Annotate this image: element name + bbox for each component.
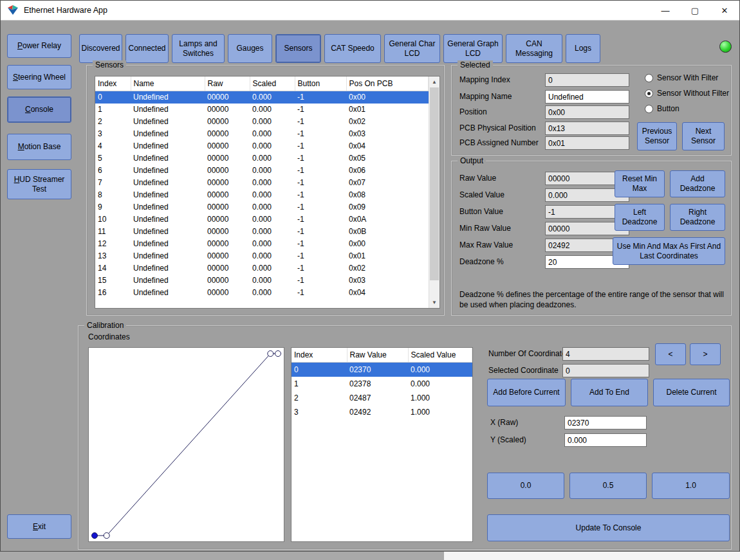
power-relay-button[interactable]: Power Relay [7, 34, 71, 58]
table-cell[interactable]: 16 [95, 287, 131, 299]
previous-sensor-button[interactable]: Previous Sensor [637, 122, 677, 150]
table-row[interactable]: 1023780.000 [291, 377, 472, 391]
right-deadzone-button[interactable]: Right Deadzone [670, 204, 725, 231]
table-row[interactable]: 7Undefined000000.000-10x07 [95, 177, 429, 189]
table-cell[interactable]: 1 [291, 377, 347, 391]
x-raw-field[interactable] [564, 416, 647, 429]
table-cell[interactable]: Undefined [131, 116, 205, 128]
column-header[interactable]: Name [131, 77, 205, 91]
table-cell[interactable]: Undefined [131, 287, 205, 299]
table-cell[interactable]: 0.000 [250, 140, 295, 152]
column-header[interactable]: Raw Value [347, 348, 408, 362]
update-to-console-button[interactable]: Update To Console [487, 514, 730, 541]
table-row[interactable]: 16Undefined000000.000-10x04 [95, 287, 429, 299]
table-cell[interactable]: 0.000 [250, 226, 295, 238]
table-cell[interactable]: 00000 [205, 128, 250, 140]
table-row[interactable]: 0023700.000 [291, 362, 472, 377]
column-header[interactable]: Button [295, 77, 346, 91]
table-cell[interactable]: Undefined [131, 189, 205, 201]
table-cell[interactable]: 0.000 [250, 213, 295, 226]
use-min-max-coordinates-button[interactable]: Use Min And Max As First And Last Coordi… [613, 237, 725, 265]
delete-current-button[interactable]: Delete Current [653, 379, 730, 406]
tab-discovered[interactable]: Discovered [79, 34, 122, 63]
next-coordinate-button[interactable]: > [690, 343, 721, 365]
table-cell[interactable]: 1 [95, 104, 131, 116]
table-cell[interactable]: 0x03 [346, 128, 429, 140]
minimize-button[interactable]: — [651, 1, 680, 20]
column-header[interactable]: Index [95, 77, 131, 91]
steering-wheel-button[interactable]: Steering Wheel [7, 65, 71, 89]
table-cell[interactable]: Undefined [131, 262, 205, 275]
table-cell[interactable]: 0.000 [250, 287, 295, 299]
y-scaled-field[interactable] [564, 433, 647, 447]
table-cell[interactable]: 00000 [205, 91, 250, 104]
tab-can-messaging[interactable]: CAN Messaging [506, 34, 562, 63]
calibration-point[interactable] [275, 351, 281, 357]
left-deadzone-button[interactable]: Left Deadzone [615, 204, 665, 231]
table-cell[interactable]: 02370 [347, 362, 408, 377]
tab-general-graph-lcd[interactable]: General Graph LCD [443, 34, 503, 63]
next-sensor-button[interactable]: Next Sensor [682, 122, 725, 150]
table-row[interactable]: 14Undefined000000.000-10x02 [95, 262, 429, 275]
table-cell[interactable]: Undefined [131, 140, 205, 152]
maximize-button[interactable]: ▢ [680, 1, 710, 20]
tab-cat-speedo[interactable]: CAT Speedo [324, 34, 381, 63]
column-header[interactable]: Index [291, 348, 347, 362]
table-cell[interactable]: 0.000 [250, 250, 295, 262]
table-cell[interactable]: 0x08 [346, 189, 429, 201]
table-cell[interactable]: 2 [291, 391, 347, 405]
table-cell[interactable]: 00000 [205, 152, 250, 165]
table-cell[interactable]: 0.000 [408, 362, 472, 377]
set-zero-button[interactable]: 0.0 [487, 473, 564, 499]
table-cell[interactable]: 00000 [205, 262, 250, 275]
table-cell[interactable]: 0 [95, 91, 131, 104]
table-cell[interactable]: 0.000 [250, 238, 295, 250]
sensors-table[interactable]: IndexNameRawScaledButtonPos On PCB 0Unde… [95, 77, 429, 299]
table-cell[interactable]: 1.000 [408, 405, 472, 419]
table-row[interactable]: 2Undefined000000.000-10x02 [95, 116, 429, 128]
tab-connected[interactable]: Connected [125, 34, 169, 63]
set-half-button[interactable]: 0.5 [569, 473, 647, 499]
table-cell[interactable]: 0.000 [250, 128, 295, 140]
table-cell[interactable]: 00000 [205, 238, 250, 250]
table-row[interactable]: 3024921.000 [291, 405, 472, 419]
table-cell[interactable]: 0.000 [250, 189, 295, 201]
radio-sensor-without-filter[interactable]: Sensor Without Filter [645, 89, 729, 98]
table-cell[interactable]: -1 [295, 140, 346, 152]
table-cell[interactable]: 0x04 [346, 140, 429, 152]
table-cell[interactable]: -1 [295, 275, 346, 287]
table-cell[interactable]: -1 [295, 128, 346, 140]
table-cell[interactable]: 0 [291, 362, 347, 377]
table-cell[interactable]: 0x01 [346, 250, 429, 262]
table-cell[interactable]: 00000 [205, 213, 250, 226]
table-cell[interactable]: 8 [95, 189, 131, 201]
radio-sensor-with-filter[interactable]: Sensor With Filter [645, 73, 718, 82]
tab-gauges[interactable]: Gauges [228, 34, 272, 63]
console-button[interactable]: Console [7, 96, 71, 123]
table-cell[interactable]: 02487 [347, 391, 408, 405]
table-cell[interactable]: Undefined [131, 165, 205, 177]
table-cell[interactable]: 00000 [205, 104, 250, 116]
tab-sensors[interactable]: Sensors [275, 34, 321, 63]
table-cell[interactable]: 1.000 [408, 391, 472, 405]
reset-min-max-button[interactable]: Reset Min Max [615, 170, 665, 197]
table-cell[interactable]: Undefined [131, 177, 205, 189]
table-row[interactable]: 5Undefined000000.000-10x05 [95, 152, 429, 165]
table-cell[interactable]: 0x00 [346, 238, 429, 250]
table-cell[interactable]: -1 [295, 238, 346, 250]
table-cell[interactable]: Undefined [131, 201, 205, 213]
table-cell[interactable]: 0.000 [250, 177, 295, 189]
table-cell[interactable]: Undefined [131, 250, 205, 262]
table-cell[interactable]: 00000 [205, 177, 250, 189]
exit-button[interactable]: Exit [7, 514, 71, 539]
table-cell[interactable]: 9 [95, 201, 131, 213]
table-cell[interactable]: 02378 [347, 377, 408, 391]
table-cell[interactable]: 12 [95, 238, 131, 250]
table-cell[interactable]: 0.000 [250, 104, 295, 116]
table-row[interactable]: 9Undefined000000.000-10x09 [95, 201, 429, 213]
table-cell[interactable]: 00000 [205, 287, 250, 299]
table-cell[interactable]: 0x07 [346, 177, 429, 189]
column-header[interactable]: Scaled [250, 77, 295, 91]
table-cell[interactable]: 00000 [205, 250, 250, 262]
table-cell[interactable]: 0.000 [250, 275, 295, 287]
